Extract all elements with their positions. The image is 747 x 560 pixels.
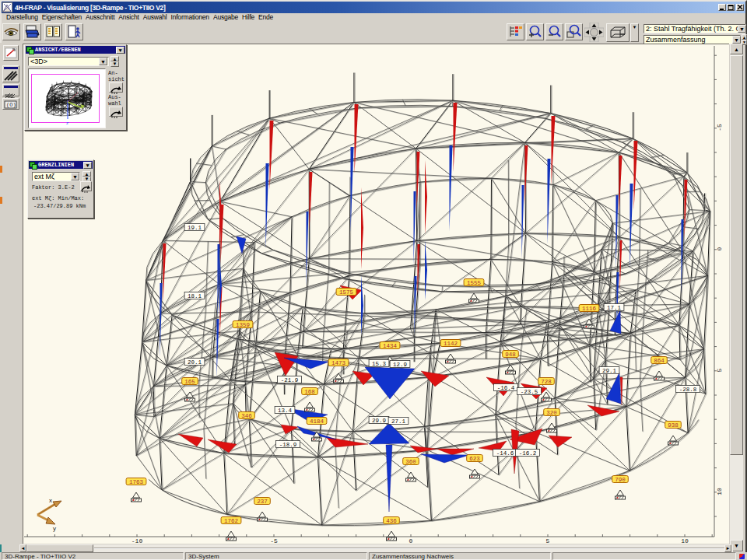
svg-text:-18.9: -18.9 bbox=[279, 442, 297, 448]
svg-text:-10: -10 bbox=[132, 537, 143, 544]
svg-text:623: 623 bbox=[469, 456, 480, 462]
svg-text:360: 360 bbox=[405, 459, 416, 465]
svg-text:-28.8: -28.8 bbox=[679, 387, 697, 393]
svg-text:x: x bbox=[49, 497, 52, 504]
svg-text:-16.2: -16.2 bbox=[519, 450, 537, 457]
svg-text:-21.9: -21.9 bbox=[281, 377, 299, 383]
svg-text:15.3: 15.3 bbox=[372, 361, 387, 367]
svg-text:1555: 1555 bbox=[467, 280, 482, 286]
svg-text:1359: 1359 bbox=[236, 322, 250, 328]
svg-text:1434: 1434 bbox=[383, 343, 398, 349]
svg-text:4184: 4184 bbox=[310, 418, 324, 425]
svg-text:-23.5: -23.5 bbox=[521, 389, 538, 395]
svg-text:z: z bbox=[66, 121, 68, 125]
svg-text:1763: 1763 bbox=[129, 479, 144, 485]
svg-text:320: 320 bbox=[546, 410, 557, 416]
svg-text:12.9: 12.9 bbox=[393, 362, 407, 368]
svg-text:-16.4: -16.4 bbox=[497, 385, 515, 391]
svg-text:1116: 1116 bbox=[582, 306, 597, 312]
svg-text:165: 165 bbox=[184, 379, 195, 385]
svg-text:1473: 1473 bbox=[331, 360, 346, 366]
svg-text:(O): (O) bbox=[6, 102, 16, 108]
svg-text:728: 728 bbox=[541, 379, 552, 385]
svg-text:13.4: 13.4 bbox=[278, 408, 293, 414]
svg-text:948: 948 bbox=[505, 352, 516, 358]
svg-text:346: 346 bbox=[241, 413, 252, 419]
svg-text:27.1: 27.1 bbox=[391, 418, 406, 425]
svg-text:29.1: 29.1 bbox=[602, 368, 617, 374]
svg-text:168: 168 bbox=[304, 389, 315, 395]
svg-text:20.1: 20.1 bbox=[188, 359, 202, 366]
svg-text:-5: -5 bbox=[716, 124, 723, 131]
svg-text:1142: 1142 bbox=[444, 341, 458, 347]
svg-text:y: y bbox=[53, 525, 56, 532]
svg-text:5: 5 bbox=[546, 537, 550, 544]
svg-text:10: 10 bbox=[716, 488, 723, 495]
svg-text:436: 436 bbox=[386, 518, 397, 524]
svg-text:237: 237 bbox=[257, 499, 268, 505]
svg-text:1762: 1762 bbox=[224, 518, 238, 524]
svg-text:10: 10 bbox=[681, 537, 689, 544]
svg-text:864: 864 bbox=[654, 358, 665, 364]
svg-text:17.1: 17.1 bbox=[607, 305, 622, 311]
svg-text:-14.6: -14.6 bbox=[496, 450, 514, 457]
svg-text:790: 790 bbox=[615, 477, 626, 483]
svg-text:19.1: 19.1 bbox=[188, 225, 202, 231]
svg-text:18.1: 18.1 bbox=[188, 293, 202, 299]
svg-text:0: 0 bbox=[716, 247, 723, 250]
svg-text:29.9: 29.9 bbox=[372, 418, 386, 424]
svg-text:-5: -5 bbox=[270, 537, 278, 544]
svg-text:5: 5 bbox=[716, 368, 723, 372]
svg-text:1575: 1575 bbox=[339, 289, 354, 296]
svg-text:938: 938 bbox=[668, 422, 679, 429]
svg-text:0: 0 bbox=[409, 537, 413, 544]
